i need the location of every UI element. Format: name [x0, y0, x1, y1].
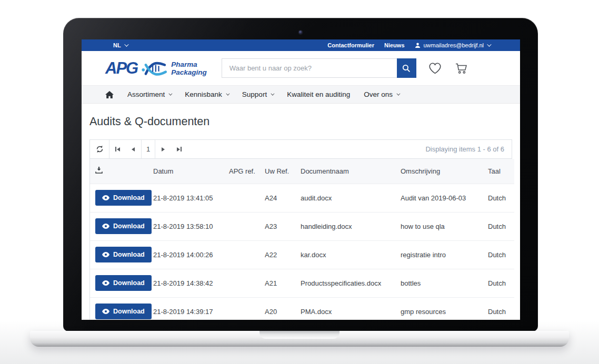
documents-table: Datum APG ref. Uw Ref. Documentnaam Omsc… — [90, 159, 514, 320]
utility-topbar: NL Contactformulier Nieuws uwmailadres@b… — [82, 39, 520, 51]
nav-item[interactable]: Over ons — [364, 90, 399, 98]
previous-page-icon — [132, 147, 135, 151]
nav-item-label: Support — [242, 90, 267, 98]
nav-item[interactable]: Assortiment — [127, 90, 171, 98]
download-button[interactable]: Download — [95, 247, 152, 262]
cell-uw-ref: A22 — [265, 240, 301, 269]
wishlist-button[interactable] — [428, 62, 442, 75]
download-cell: Download — [90, 184, 153, 212]
download-cell: Download — [90, 269, 153, 297]
logo-sub-line1: Pharma — [171, 60, 197, 68]
table-row: Download 21-8-2019 13:41:05 A24 audit.do… — [90, 184, 514, 212]
cell-apg-ref — [229, 212, 265, 240]
chevron-down-icon — [271, 92, 275, 96]
column-header-taal[interactable]: Taal — [488, 159, 514, 184]
cell-apg-ref — [229, 240, 265, 269]
cell-omschrijving: Audit van 2019-06-03 — [401, 184, 488, 212]
cell-documentnaam: PMA.docx — [301, 297, 401, 320]
main-nav-items: Assortiment Kennisbank Support Kwaliteit… — [127, 90, 399, 98]
logo-apg-text: APG — [105, 60, 137, 76]
nav-item-label: Kennisbank — [185, 90, 222, 98]
nav-item[interactable]: Support — [242, 90, 273, 98]
account-menu[interactable]: uwmailadres@bedrijf.nl — [415, 42, 491, 48]
website-viewport: NL Contactformulier Nieuws uwmailadres@b… — [82, 39, 520, 320]
cell-uw-ref: A24 — [265, 184, 301, 212]
chevron-down-icon — [396, 92, 400, 96]
cell-omschrijving: gmp resources — [401, 297, 488, 320]
grid-toolbar: 1 Displaying items 1 - 6 of 6 — [90, 140, 512, 159]
grid-status-text: Displaying items 1 - 6 of 6 — [425, 145, 512, 153]
cell-taal: Dutch — [488, 269, 514, 297]
pager-next-button[interactable] — [155, 140, 171, 158]
table-row: Download 21-8-2019 13:58:10 A23 handleid… — [90, 212, 514, 240]
nav-home[interactable] — [105, 91, 114, 98]
cell-taal: Dutch — [488, 212, 514, 240]
laptop-base — [30, 331, 569, 347]
refresh-button[interactable] — [90, 140, 109, 158]
site-header: APG Pharma Packaging — [82, 51, 520, 85]
cell-taal: Dutch — [488, 297, 514, 320]
search-button[interactable] — [397, 58, 416, 78]
column-header-download — [90, 159, 153, 184]
download-cell: Download — [90, 212, 153, 240]
download-icon — [95, 167, 103, 174]
download-button[interactable]: Download — [95, 275, 152, 291]
cell-taal: Dutch — [488, 240, 514, 269]
home-icon — [105, 91, 114, 98]
cell-documentnaam: handleiding.docx — [301, 212, 401, 240]
download-button[interactable]: Download — [95, 190, 152, 206]
page-content: Audits & Q-documenten — [82, 104, 520, 320]
nav-item-label: Assortiment — [127, 90, 165, 98]
webcam-dot — [299, 31, 303, 34]
pager-first-button[interactable] — [109, 140, 125, 158]
column-header-datum[interactable]: Datum — [153, 159, 229, 184]
eye-icon — [102, 195, 109, 200]
chevron-down-icon — [169, 92, 173, 96]
column-header-omschrijving[interactable]: Omschrijving — [401, 159, 488, 184]
news-link[interactable]: Nieuws — [384, 42, 405, 48]
cell-uw-ref: A20 — [265, 297, 301, 320]
nav-item[interactable]: Kwaliteit en auditing — [287, 90, 350, 98]
cell-datum: 21-8-2019 13:41:05 — [153, 184, 229, 212]
contact-form-link[interactable]: Contactformulier — [327, 42, 374, 48]
column-header-documentnaam[interactable]: Documentnaam — [301, 159, 401, 184]
nav-item-label: Over ons — [364, 90, 393, 98]
column-header-uw-ref[interactable]: Uw Ref. — [265, 159, 301, 184]
next-page-icon — [162, 147, 165, 151]
cell-uw-ref: A23 — [265, 212, 301, 240]
cell-omschrijving: how to use qla — [401, 212, 488, 240]
eye-icon — [102, 280, 109, 286]
cell-taal: Dutch — [488, 184, 514, 212]
main-nav: Assortiment Kennisbank Support Kwaliteit… — [82, 85, 520, 104]
download-button[interactable]: Download — [95, 218, 152, 234]
cart-icon — [455, 62, 468, 75]
download-cell: Download — [90, 240, 153, 269]
nav-item-label: Kwaliteit en auditing — [287, 90, 350, 98]
cell-datum: 21-8-2019 13:58:10 — [153, 212, 229, 240]
language-label: NL — [113, 42, 121, 48]
download-button[interactable]: Download — [95, 304, 152, 319]
logo[interactable]: APG Pharma Packaging — [105, 59, 207, 77]
cell-documentnaam: Productsspecificaties.docx — [301, 269, 401, 297]
pager-prev-button[interactable] — [125, 140, 141, 158]
language-selector[interactable]: NL — [113, 42, 127, 48]
documents-tbody: Download 21-8-2019 13:41:05 A24 audit.do… — [90, 184, 514, 320]
search-input[interactable] — [222, 58, 397, 78]
eye-icon — [102, 309, 109, 314]
logo-sub-line2: Packaging — [171, 68, 207, 76]
pager-current-page[interactable]: 1 — [141, 140, 155, 158]
user-icon — [415, 43, 421, 48]
cell-documentnaam: audit.docx — [301, 184, 401, 212]
chevron-down-icon — [487, 42, 491, 46]
cell-apg-ref — [229, 269, 265, 297]
nav-item[interactable]: Kennisbank — [185, 90, 228, 98]
first-page-icon — [115, 147, 120, 151]
cart-button[interactable] — [455, 62, 468, 75]
last-page-icon — [177, 147, 182, 151]
laptop-notch — [259, 331, 340, 339]
column-header-apg-ref[interactable]: APG ref. — [229, 159, 265, 184]
cell-omschrijving: bottles — [401, 269, 488, 297]
dna-helix-icon — [141, 59, 167, 77]
documents-grid: 1 Displaying items 1 - 6 of 6 — [89, 139, 512, 320]
pager-last-button[interactable] — [171, 140, 187, 158]
